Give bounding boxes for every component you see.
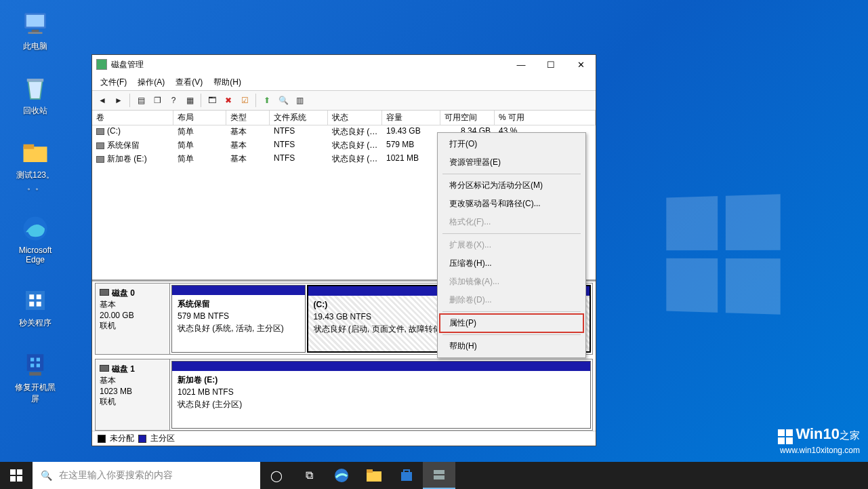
- context-menu-item[interactable]: 帮助(H): [440, 337, 583, 355]
- forward-button[interactable]: ►: [111, 93, 126, 108]
- menu-item[interactable]: 操作(A): [132, 75, 170, 90]
- taskbar-explorer-icon[interactable]: [358, 462, 390, 489]
- context-menu-item[interactable]: 压缩卷(H)...: [440, 254, 583, 273]
- toolbar: ◄ ► ▤ ❐ ? ▦ 🗔 ✖ ☑ ⬆ 🔍 ▥: [92, 90, 596, 111]
- window-title: 磁盘管理: [111, 59, 506, 71]
- taskbar-items: ◯ ⧉: [260, 462, 455, 489]
- svg-rect-3: [28, 32, 43, 34]
- svg-rect-33: [434, 475, 445, 480]
- svg-rect-32: [434, 470, 445, 474]
- context-menu-item: 删除卷(D)...: [440, 291, 583, 309]
- desktop-icon-app[interactable]: 秒关程序: [8, 286, 62, 329]
- titlebar[interactable]: 磁盘管理 — ☐ ✕: [92, 55, 596, 74]
- svg-rect-18: [29, 372, 41, 376]
- context-menu-item: 扩展卷(X)...: [440, 236, 583, 254]
- desktop-icon-edge[interactable]: MicrosoftEdge: [8, 214, 62, 265]
- column-header[interactable]: 文件系统: [270, 111, 328, 125]
- svg-rect-2: [32, 30, 39, 33]
- column-header[interactable]: 状态: [328, 111, 382, 125]
- column-header[interactable]: 可用空间: [440, 111, 495, 125]
- toolbar-search-icon[interactable]: 🔍: [276, 93, 291, 108]
- fix-icon: [21, 351, 49, 379]
- toolbar-props-icon[interactable]: 🗔: [205, 93, 220, 108]
- toolbar-view2-icon[interactable]: ❐: [150, 93, 165, 108]
- context-menu: 打开(O)资源管理器(E)将分区标记为活动分区(M)更改驱动器号和路径(C)..…: [437, 132, 586, 358]
- context-menu-item[interactable]: 更改驱动器号和路径(C)...: [440, 195, 583, 213]
- svg-rect-14: [30, 358, 34, 361]
- toolbar-delete-icon[interactable]: ✖: [221, 93, 236, 108]
- column-header[interactable]: 布局: [173, 111, 226, 125]
- context-menu-item: 添加镜像(A)...: [440, 273, 583, 291]
- svg-rect-20: [786, 429, 793, 436]
- toolbar-views-icon[interactable]: ▦: [182, 93, 197, 108]
- svg-rect-24: [17, 469, 22, 475]
- context-menu-item[interactable]: 属性(P): [440, 314, 583, 332]
- desktop-icon-fix[interactable]: 修复开机黑屏: [8, 351, 62, 405]
- app-icon: [21, 286, 49, 315]
- context-menu-item[interactable]: 将分区标记为活动分区(M): [440, 176, 583, 195]
- svg-rect-15: [37, 358, 40, 361]
- column-header[interactable]: 卷: [92, 111, 173, 125]
- svg-rect-28: [367, 471, 381, 482]
- cortana-icon[interactable]: ◯: [260, 462, 293, 489]
- desktop-icon-folder[interactable]: 测试123。。。: [8, 138, 62, 193]
- menu-item[interactable]: 文件(F): [95, 75, 132, 90]
- partition[interactable]: 系统保留579 MB NTFS状态良好 (系统, 活动, 主分区): [171, 285, 306, 353]
- menu-item[interactable]: 帮助(H): [208, 75, 247, 90]
- svg-rect-29: [367, 469, 373, 473]
- watermark: Win10之家 www.win10xitong.com: [777, 424, 860, 456]
- taskbar-edge-icon[interactable]: [325, 462, 358, 489]
- close-button[interactable]: ✕: [566, 55, 596, 74]
- partition[interactable]: 新加卷 (E:)1021 MB NTFS状态良好 (主分区): [171, 361, 591, 429]
- maximize-button[interactable]: ☐: [536, 55, 566, 74]
- search-placeholder: 在这里输入你要搜索的内容: [59, 469, 173, 482]
- svg-rect-19: [778, 429, 785, 436]
- svg-rect-31: [404, 470, 409, 473]
- svg-rect-25: [10, 476, 16, 482]
- svg-rect-9: [29, 294, 34, 299]
- svg-rect-16: [30, 364, 34, 367]
- taskbar: 🔍 在这里输入你要搜索的内容 ◯ ⧉: [0, 462, 868, 489]
- svg-rect-8: [26, 291, 45, 310]
- start-icon: [10, 469, 22, 482]
- minimize-button[interactable]: —: [506, 55, 536, 74]
- column-header[interactable]: % 可用: [495, 111, 596, 125]
- column-header[interactable]: 容量: [382, 111, 440, 125]
- toolbar-up-icon[interactable]: ⬆: [260, 93, 274, 108]
- desktop-icon-pc[interactable]: 此电脑: [8, 9, 62, 52]
- menu-item[interactable]: 查看(V): [170, 75, 208, 90]
- window-controls: — ☐ ✕: [506, 55, 596, 74]
- task-view-button[interactable]: ⧉: [293, 462, 325, 489]
- search-box[interactable]: 🔍 在这里输入你要搜索的内容: [33, 462, 260, 489]
- folder-icon: [21, 138, 49, 167]
- svg-rect-17: [37, 364, 40, 367]
- search-icon: 🔍: [41, 470, 52, 481]
- desktop[interactable]: 此电脑回收站测试123。。。MicrosoftEdge秒关程序修复开机黑屏 磁盘…: [0, 0, 868, 489]
- start-button[interactable]: [0, 462, 33, 489]
- desktop-icon-bin[interactable]: 回收站: [8, 74, 62, 117]
- svg-rect-13: [27, 354, 44, 371]
- svg-rect-21: [778, 437, 785, 444]
- back-button[interactable]: ◄: [95, 93, 110, 108]
- menubar: 文件(F)操作(A)查看(V)帮助(H): [92, 74, 596, 90]
- svg-rect-1: [26, 15, 44, 27]
- legend: 未分配 主分区: [92, 431, 596, 446]
- toolbar-check-icon[interactable]: ☑: [237, 93, 252, 108]
- taskbar-diskmgmt-icon[interactable]: [423, 462, 455, 489]
- pc-icon: [21, 9, 49, 38]
- svg-rect-26: [17, 476, 22, 482]
- toolbar-help-icon[interactable]: ?: [166, 93, 181, 108]
- toolbar-list-icon[interactable]: ▥: [292, 93, 307, 108]
- windows-icon: [777, 429, 793, 445]
- context-menu-item[interactable]: 打开(O): [440, 135, 583, 153]
- svg-rect-4: [27, 79, 44, 81]
- taskbar-store-icon[interactable]: [390, 462, 423, 489]
- svg-rect-11: [29, 302, 34, 307]
- context-menu-item: 格式化(F)...: [440, 213, 583, 231]
- windows-logo-decoration: [666, 194, 780, 314]
- toolbar-view1-icon[interactable]: ▤: [133, 93, 148, 108]
- bin-icon: [21, 74, 49, 102]
- column-header[interactable]: 类型: [226, 111, 270, 125]
- context-menu-item[interactable]: 资源管理器(E): [440, 153, 583, 172]
- svg-rect-23: [10, 469, 16, 475]
